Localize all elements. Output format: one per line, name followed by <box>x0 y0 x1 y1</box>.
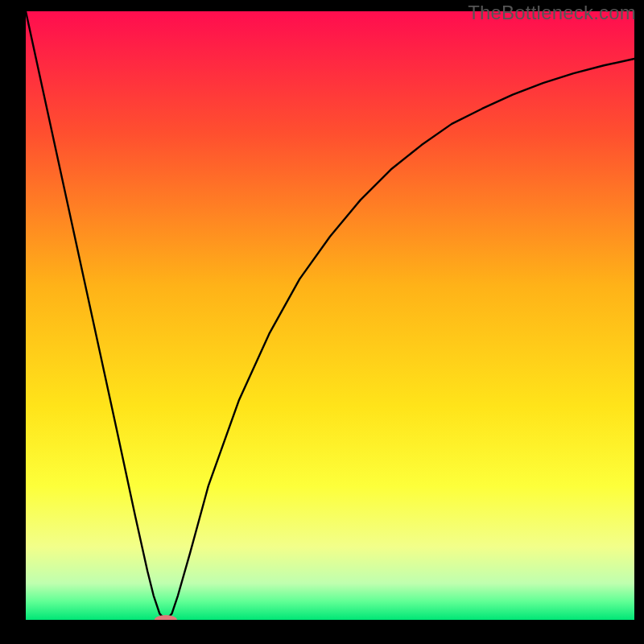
plot-frame-left <box>0 0 26 644</box>
chart-container: TheBottleneck.com <box>0 0 644 644</box>
watermark-label: TheBottleneck.com <box>468 2 636 24</box>
bottleneck-plot <box>0 0 644 644</box>
plot-background <box>26 11 634 620</box>
plot-frame-right <box>634 0 644 644</box>
plot-frame-bottom <box>0 620 644 644</box>
